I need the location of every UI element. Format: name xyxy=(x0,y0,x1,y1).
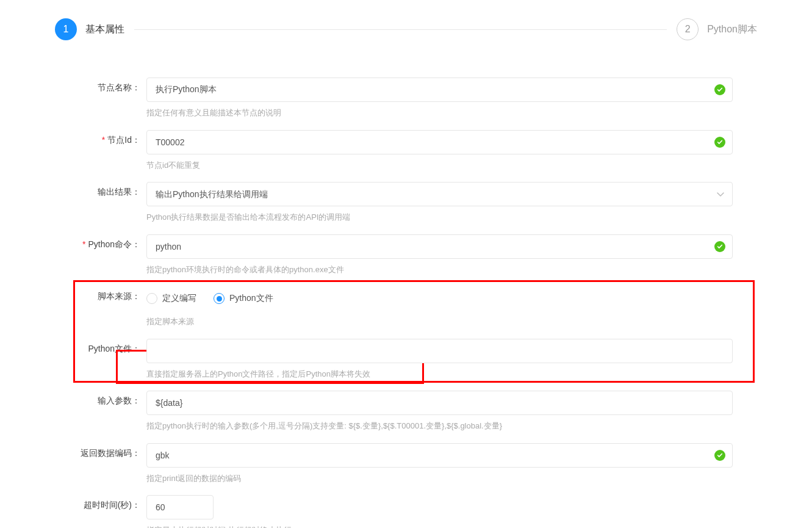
row-return-encoding: 返回数据编码： 指定print返回的数据的编码 xyxy=(79,439,733,485)
hint-timeout: 指定最大执行超时时间,执行超时终止执行 xyxy=(146,524,733,528)
radio-dot xyxy=(146,293,157,304)
label-timeout: 超时时间(秒)： xyxy=(79,495,146,511)
label-return-encoding: 返回数据编码： xyxy=(79,443,146,459)
step-2-label: Python脚本 xyxy=(707,23,757,36)
row-node-name: 节点名称： 指定任何有意义且能描述本节点的说明 xyxy=(79,74,733,119)
label-python-file: Python文件： xyxy=(79,339,146,355)
label-output-result: 输出结果： xyxy=(79,182,146,198)
radio-label-define-write: 定义编写 xyxy=(162,293,196,304)
step-2-circle: 2 xyxy=(677,18,699,40)
hint-input-params: 指定python执行时的输入参数(多个用,逗号分隔)支持变量: ${$.变量},… xyxy=(146,420,733,432)
select-output-result[interactable]: 输出Python执行结果给调用端 xyxy=(146,182,733,206)
radio-define-write[interactable]: 定义编写 xyxy=(146,293,196,304)
input-node-id[interactable] xyxy=(146,130,733,154)
hint-python-cmd: 指定python环境执行时的命令或者具体的python.exe文件 xyxy=(146,264,733,276)
row-python-cmd: *Python命令： 指定python环境执行时的命令或者具体的python.e… xyxy=(79,231,733,276)
input-input-params[interactable] xyxy=(146,391,733,415)
row-output-result: 输出结果： 输出Python执行结果给调用端 Python执行结果数据是否输出给… xyxy=(79,178,733,223)
check-icon xyxy=(714,450,725,461)
hint-node-id: 节点id不能重复 xyxy=(146,159,733,172)
label-input-params: 输入参数： xyxy=(79,391,146,407)
input-node-name[interactable] xyxy=(146,78,733,102)
step-1-number: 1 xyxy=(63,24,69,35)
step-1[interactable]: 1 基本属性 xyxy=(55,18,124,40)
step-2-number: 2 xyxy=(685,24,691,35)
input-return-encoding[interactable] xyxy=(146,443,733,468)
radio-group-script-source: 定义编写 Python文件 xyxy=(146,286,733,311)
input-python-cmd[interactable] xyxy=(146,234,733,259)
hint-return-encoding: 指定print返回的数据的编码 xyxy=(146,472,733,485)
radio-python-file[interactable]: Python文件 xyxy=(214,293,273,304)
row-python-file: Python文件： 直接指定服务器上的Python文件路径，指定后Python脚… xyxy=(79,335,733,380)
step-connector xyxy=(134,29,667,30)
form-basic-properties: 节点名称： 指定任何有意义且能描述本节点的说明 *节点Id： 节点id不能重复 xyxy=(55,74,757,528)
row-input-params: 输入参数： 指定python执行时的输入参数(多个用,逗号分隔)支持变量: ${… xyxy=(79,387,733,432)
label-script-source: 脚本来源： xyxy=(79,286,146,302)
step-1-label: 基本属性 xyxy=(85,23,124,36)
check-icon xyxy=(714,137,725,148)
hint-node-name: 指定任何有意义且能描述本节点的说明 xyxy=(146,107,733,119)
step-2[interactable]: 2 Python脚本 xyxy=(677,18,757,40)
label-node-name: 节点名称： xyxy=(79,78,146,93)
highlight-section: 脚本来源： 定义编写 Python文件 指定脚本来源 Python文件： xyxy=(79,283,733,380)
label-python-cmd: *Python命令： xyxy=(79,234,146,250)
row-node-id: *节点Id： 节点id不能重复 xyxy=(79,126,733,172)
hint-output-result: Python执行结果数据是否输出给本流程发布的API的调用端 xyxy=(146,211,733,223)
step-1-circle: 1 xyxy=(55,18,77,40)
row-timeout: 超时时间(秒)： 指定最大执行超时时间,执行超时终止执行 xyxy=(79,491,733,528)
input-python-file[interactable] xyxy=(146,339,733,363)
check-icon xyxy=(714,241,725,252)
stepper: 1 基本属性 2 Python脚本 xyxy=(55,18,757,40)
radio-dot xyxy=(214,293,225,304)
input-timeout[interactable] xyxy=(146,495,214,519)
row-script-source: 脚本来源： 定义编写 Python文件 指定脚本来源 xyxy=(79,283,733,328)
check-icon xyxy=(714,84,725,95)
radio-label-python-file: Python文件 xyxy=(229,293,273,304)
hint-python-file: 直接指定服务器上的Python文件路径，指定后Python脚本将失效 xyxy=(146,368,733,380)
hint-script-source: 指定脚本来源 xyxy=(146,316,733,328)
label-node-id: *节点Id： xyxy=(79,130,146,146)
